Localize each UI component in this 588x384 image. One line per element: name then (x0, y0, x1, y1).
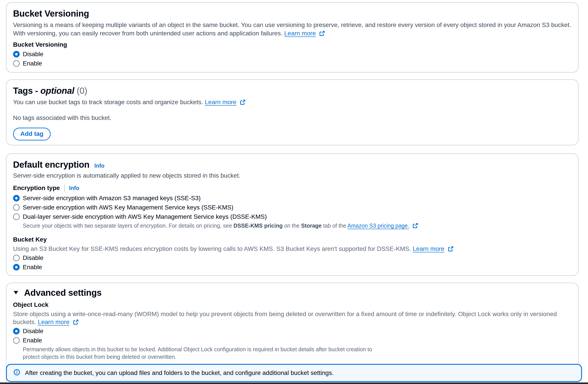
advanced-settings-header[interactable]: Advanced settings (13, 288, 571, 298)
versioning-enable-radio[interactable] (13, 60, 20, 67)
sse-kms-label: Server-side encryption with AWS Key Mana… (23, 204, 233, 211)
tags-empty-text: No tags associated with this bucket. (13, 114, 571, 121)
default-encryption-description: Server-side encryption is automatically … (13, 171, 571, 180)
object-lock-disable-label: Disable (23, 327, 43, 335)
object-lock-disable-option: Disable (13, 327, 571, 335)
bucket-key-enable-option: Enable (13, 263, 571, 271)
caret-down-icon (13, 290, 19, 295)
object-lock-enable-radio[interactable] (13, 337, 20, 344)
default-encryption-card: Default encryption Info Server-side encr… (6, 153, 579, 276)
bucket-key-enable-label: Enable (23, 263, 42, 271)
versioning-enable-option: Enable (13, 59, 571, 68)
object-lock-enable-note: Permanently allows objects in this bucke… (23, 345, 390, 361)
dsse-kms-label: Dual-layer server-side encryption with A… (23, 213, 267, 221)
dsse-kms-note: Secure your objects with two separate la… (23, 222, 571, 229)
bucket-versioning-field-label: Bucket Versioning (13, 41, 571, 48)
encryption-type-info-link[interactable]: Info (69, 185, 79, 191)
encryption-type-label: Encryption type (13, 184, 60, 192)
advanced-settings-title: Advanced settings (24, 288, 102, 298)
external-link-icon (236, 99, 246, 106)
bucket-key-disable-radio[interactable] (13, 255, 20, 261)
object-lock-learn-more-link[interactable]: Learn more (38, 318, 69, 325)
add-tag-button[interactable]: Add tag (13, 128, 51, 140)
bucket-key-disable-option: Disable (13, 254, 571, 262)
sse-kms-option: Server-side encryption with AWS Key Mana… (13, 203, 571, 212)
sse-s3-radio[interactable] (13, 195, 20, 202)
tags-count: (0) (77, 86, 87, 95)
bucket-key-label: Bucket Key (13, 236, 571, 243)
create-bucket-settings-page: Bucket Versioning Versioning is a means … (0, 0, 588, 384)
object-lock-label: Object Lock (13, 301, 571, 308)
bucket-versioning-card: Bucket Versioning Versioning is a means … (6, 2, 579, 72)
dsse-kms-radio[interactable] (13, 213, 20, 220)
bucket-key-description: Using an S3 Bucket Key for SSE-KMS reduc… (13, 245, 571, 253)
default-encryption-info-link[interactable]: Info (94, 163, 105, 169)
external-link-icon (444, 245, 454, 252)
sse-s3-option: Server-side encryption with Amazon S3 ma… (13, 194, 571, 203)
external-link-icon (409, 223, 418, 229)
external-link-icon (316, 30, 325, 37)
sse-kms-radio[interactable] (13, 204, 20, 211)
dsse-pricing-bold: DSSE-KMS pricing (233, 223, 282, 229)
object-lock-disable-radio[interactable] (13, 328, 20, 335)
versioning-disable-label: Disable (23, 50, 43, 58)
default-encryption-title-row: Default encryption Info (13, 159, 571, 170)
dsse-kms-option: Dual-layer server-side encryption with A… (13, 213, 571, 221)
storage-tab-bold: Storage (301, 223, 322, 229)
bucket-key-enable-radio[interactable] (13, 264, 20, 271)
object-lock-enable-option: Enable (13, 336, 571, 345)
s3-pricing-page-link[interactable]: Amazon S3 pricing page. (348, 223, 409, 229)
tags-title: Tags - optional (0) (13, 86, 571, 96)
versioning-disable-option: Disable (13, 50, 571, 58)
default-encryption-title: Default encryption (13, 159, 89, 170)
tags-card: Tags - optional (0) You can use bucket t… (6, 79, 579, 145)
bottom-dark-bar (0, 383, 588, 384)
tags-learn-more-link[interactable]: Learn more (205, 99, 236, 106)
tags-description: You can use bucket tags to track storage… (13, 98, 571, 106)
bucket-versioning-learn-more-link[interactable]: Learn more (284, 30, 316, 37)
bucket-key-disable-label: Disable (23, 254, 43, 262)
external-link-icon (69, 318, 79, 325)
versioning-disable-radio[interactable] (13, 51, 20, 58)
object-lock-description: Store objects using a write-once-read-ma… (13, 310, 571, 326)
footer-alert-text: After creating the bucket, you can uploa… (25, 369, 334, 377)
sse-s3-label: Server-side encryption with Amazon S3 ma… (23, 194, 201, 202)
versioning-enable-label: Enable (23, 60, 42, 67)
bucket-versioning-description: Versioning is a means of keeping multipl… (13, 21, 571, 38)
label-divider (64, 184, 65, 192)
bucket-versioning-title: Bucket Versioning (13, 8, 571, 19)
encryption-type-label-row: Encryption type Info (13, 184, 571, 192)
object-lock-enable-label: Enable (23, 337, 42, 344)
info-icon (14, 369, 20, 377)
tags-title-optional: optional (41, 86, 74, 95)
bucket-key-learn-more-link[interactable]: Learn more (413, 245, 444, 252)
footer-info-alert: After creating the bucket, you can uploa… (6, 364, 582, 382)
